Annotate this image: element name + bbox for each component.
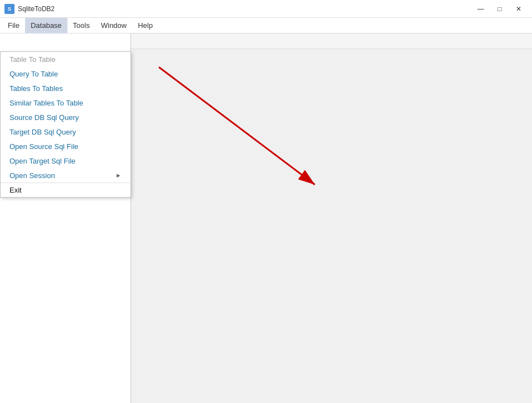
- dropdown-item-query-to-table[interactable]: Query To Table: [1, 66, 130, 81]
- menu-item-file[interactable]: File: [2, 18, 25, 33]
- right-panel: [131, 33, 532, 403]
- red-arrow-annotation: [131, 33, 532, 403]
- dropdown-item-open-source-sql-file[interactable]: Open Source Sql File: [1, 139, 130, 153]
- dropdown-label-table-to-table: Table To Table: [9, 55, 56, 64]
- dropdown-item-similar-tables-to-table[interactable]: Similar Tables To Table: [1, 95, 130, 110]
- dropdown-menu: Table To Table Query To Table Tables To …: [0, 51, 131, 198]
- app-icon-text: S: [8, 6, 11, 12]
- dropdown-item-source-db-sql-query[interactable]: Source DB Sql Query: [1, 110, 130, 124]
- dropdown-item-open-target-sql-file[interactable]: Open Target Sql File: [1, 153, 130, 168]
- menu-bar: File Database Tools Window Help Table To…: [0, 18, 532, 33]
- title-bar-left: S SqliteToDB2: [4, 4, 55, 14]
- dropdown-item-open-session[interactable]: Open Session ►: [1, 168, 130, 183]
- menu-item-tools[interactable]: Tools: [67, 18, 95, 33]
- dropdown-label-tables-to-tables: Tables To Tables: [9, 84, 63, 93]
- title-bar-controls: — □ ✕: [472, 2, 528, 16]
- menu-item-window[interactable]: Window: [95, 18, 132, 33]
- close-button[interactable]: ✕: [510, 2, 528, 16]
- menu-item-help[interactable]: Help: [132, 18, 158, 33]
- dropdown-label-similar-tables-to-table: Similar Tables To Table: [9, 99, 83, 107]
- dropdown-label-source-db-sql-query: Source DB Sql Query: [9, 113, 79, 122]
- svg-line-1: [159, 67, 315, 185]
- minimize-button[interactable]: —: [472, 2, 490, 16]
- title-bar: S SqliteToDB2 — □ ✕: [0, 0, 532, 18]
- maximize-button[interactable]: □: [491, 2, 509, 16]
- app-title: SqliteToDB2: [18, 5, 55, 13]
- dropdown-item-target-db-sql-query[interactable]: Target DB Sql Query: [1, 124, 130, 139]
- dropdown-label-exit: Exit: [9, 186, 22, 194]
- menu-item-database[interactable]: Database: [25, 18, 67, 33]
- dropdown-item-table-to-table[interactable]: Table To Table: [1, 52, 130, 66]
- dropdown-item-exit[interactable]: Exit: [1, 183, 130, 197]
- dropdown-label-open-target-sql-file: Open Target Sql File: [9, 157, 75, 165]
- left-panel-bottom: [0, 162, 130, 403]
- submenu-arrow-icon: ►: [115, 172, 122, 179]
- dropdown-label-query-to-table: Query To Table: [9, 70, 58, 78]
- dropdown-item-tables-to-tables[interactable]: Tables To Tables: [1, 81, 130, 95]
- app-icon: S: [4, 4, 14, 14]
- dropdown-label-target-db-sql-query: Target DB Sql Query: [9, 128, 76, 136]
- dropdown-label-open-source-sql-file: Open Source Sql File: [9, 142, 79, 151]
- right-panel-toolbar: [131, 33, 532, 49]
- dropdown-label-open-session: Open Session: [9, 171, 55, 180]
